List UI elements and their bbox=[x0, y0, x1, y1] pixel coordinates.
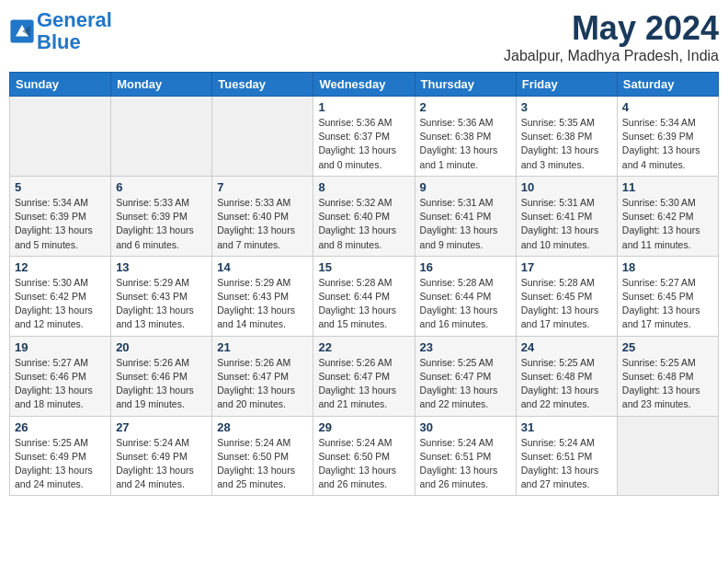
calendar-cell: 21Sunrise: 5:26 AM Sunset: 6:47 PM Dayli… bbox=[212, 336, 313, 416]
day-number: 14 bbox=[217, 260, 308, 274]
calendar-cell: 4Sunrise: 5:34 AM Sunset: 6:39 PM Daylig… bbox=[617, 97, 718, 177]
day-info: Sunrise: 5:25 AM Sunset: 6:47 PM Dayligh… bbox=[420, 356, 511, 412]
calendar-cell: 18Sunrise: 5:27 AM Sunset: 6:45 PM Dayli… bbox=[617, 256, 718, 336]
day-number: 8 bbox=[318, 180, 409, 194]
calendar-cell: 16Sunrise: 5:28 AM Sunset: 6:44 PM Dayli… bbox=[415, 256, 516, 336]
calendar-cell bbox=[212, 97, 313, 177]
day-number: 26 bbox=[15, 420, 106, 434]
day-number: 16 bbox=[420, 260, 511, 274]
day-number: 5 bbox=[15, 180, 106, 194]
calendar-week-row: 5Sunrise: 5:34 AM Sunset: 6:39 PM Daylig… bbox=[10, 176, 719, 256]
calendar-cell bbox=[10, 97, 111, 177]
calendar-cell: 29Sunrise: 5:24 AM Sunset: 6:50 PM Dayli… bbox=[313, 416, 415, 496]
calendar-cell: 26Sunrise: 5:25 AM Sunset: 6:49 PM Dayli… bbox=[10, 416, 111, 496]
day-number: 27 bbox=[116, 420, 207, 434]
day-info: Sunrise: 5:35 AM Sunset: 6:38 PM Dayligh… bbox=[521, 116, 612, 172]
calendar-cell: 15Sunrise: 5:28 AM Sunset: 6:44 PM Dayli… bbox=[313, 256, 415, 336]
day-info: Sunrise: 5:24 AM Sunset: 6:49 PM Dayligh… bbox=[116, 436, 207, 492]
calendar-week-row: 19Sunrise: 5:27 AM Sunset: 6:46 PM Dayli… bbox=[10, 336, 719, 416]
day-number: 6 bbox=[116, 180, 207, 194]
day-info: Sunrise: 5:34 AM Sunset: 6:39 PM Dayligh… bbox=[622, 116, 713, 172]
page-header: General Blue May 2024 Jabalpur, Madhya P… bbox=[9, 9, 719, 64]
day-number: 10 bbox=[521, 180, 612, 194]
calendar-cell: 27Sunrise: 5:24 AM Sunset: 6:49 PM Dayli… bbox=[111, 416, 212, 496]
day-info: Sunrise: 5:31 AM Sunset: 6:41 PM Dayligh… bbox=[521, 196, 612, 252]
day-info: Sunrise: 5:36 AM Sunset: 6:38 PM Dayligh… bbox=[420, 116, 511, 172]
day-number: 15 bbox=[318, 260, 409, 274]
calendar-cell: 11Sunrise: 5:30 AM Sunset: 6:42 PM Dayli… bbox=[617, 176, 718, 256]
day-info: Sunrise: 5:34 AM Sunset: 6:39 PM Dayligh… bbox=[15, 196, 106, 252]
day-number: 29 bbox=[318, 420, 409, 434]
day-info: Sunrise: 5:36 AM Sunset: 6:37 PM Dayligh… bbox=[318, 116, 409, 172]
day-info: Sunrise: 5:25 AM Sunset: 6:48 PM Dayligh… bbox=[521, 356, 612, 412]
calendar-week-row: 12Sunrise: 5:30 AM Sunset: 6:42 PM Dayli… bbox=[10, 256, 719, 336]
calendar-cell: 3Sunrise: 5:35 AM Sunset: 6:38 PM Daylig… bbox=[516, 97, 617, 177]
calendar-cell bbox=[617, 416, 718, 496]
day-number: 2 bbox=[420, 100, 511, 114]
day-info: Sunrise: 5:24 AM Sunset: 6:51 PM Dayligh… bbox=[420, 436, 511, 492]
calendar-cell: 8Sunrise: 5:32 AM Sunset: 6:40 PM Daylig… bbox=[313, 176, 415, 256]
calendar-cell: 2Sunrise: 5:36 AM Sunset: 6:38 PM Daylig… bbox=[415, 97, 516, 177]
day-number: 24 bbox=[521, 340, 612, 354]
calendar-cell: 12Sunrise: 5:30 AM Sunset: 6:42 PM Dayli… bbox=[10, 256, 111, 336]
day-info: Sunrise: 5:33 AM Sunset: 6:40 PM Dayligh… bbox=[217, 196, 308, 252]
day-info: Sunrise: 5:25 AM Sunset: 6:48 PM Dayligh… bbox=[622, 356, 713, 412]
day-number: 18 bbox=[622, 260, 713, 274]
day-info: Sunrise: 5:29 AM Sunset: 6:43 PM Dayligh… bbox=[217, 276, 308, 332]
day-number: 22 bbox=[318, 340, 409, 354]
calendar-table: SundayMondayTuesdayWednesdayThursdayFrid… bbox=[9, 72, 719, 496]
day-info: Sunrise: 5:26 AM Sunset: 6:47 PM Dayligh… bbox=[318, 356, 409, 412]
logo: General Blue bbox=[9, 9, 112, 53]
day-number: 25 bbox=[622, 340, 713, 354]
calendar-cell: 19Sunrise: 5:27 AM Sunset: 6:46 PM Dayli… bbox=[10, 336, 111, 416]
day-number: 23 bbox=[420, 340, 511, 354]
calendar-cell: 20Sunrise: 5:26 AM Sunset: 6:46 PM Dayli… bbox=[111, 336, 212, 416]
day-info: Sunrise: 5:27 AM Sunset: 6:45 PM Dayligh… bbox=[622, 276, 713, 332]
day-info: Sunrise: 5:30 AM Sunset: 6:42 PM Dayligh… bbox=[15, 276, 106, 332]
day-info: Sunrise: 5:28 AM Sunset: 6:44 PM Dayligh… bbox=[420, 276, 511, 332]
calendar-cell: 10Sunrise: 5:31 AM Sunset: 6:41 PM Dayli… bbox=[516, 176, 617, 256]
calendar-cell: 14Sunrise: 5:29 AM Sunset: 6:43 PM Dayli… bbox=[212, 256, 313, 336]
day-info: Sunrise: 5:28 AM Sunset: 6:44 PM Dayligh… bbox=[318, 276, 409, 332]
calendar-cell: 5Sunrise: 5:34 AM Sunset: 6:39 PM Daylig… bbox=[10, 176, 111, 256]
calendar-cell: 7Sunrise: 5:33 AM Sunset: 6:40 PM Daylig… bbox=[212, 176, 313, 256]
title-block: May 2024 Jabalpur, Madhya Pradesh, India bbox=[504, 9, 719, 64]
calendar-cell: 17Sunrise: 5:28 AM Sunset: 6:45 PM Dayli… bbox=[516, 256, 617, 336]
day-info: Sunrise: 5:25 AM Sunset: 6:49 PM Dayligh… bbox=[15, 436, 106, 492]
calendar-cell: 31Sunrise: 5:24 AM Sunset: 6:51 PM Dayli… bbox=[516, 416, 617, 496]
day-info: Sunrise: 5:26 AM Sunset: 6:46 PM Dayligh… bbox=[116, 356, 207, 412]
calendar-week-row: 26Sunrise: 5:25 AM Sunset: 6:49 PM Dayli… bbox=[10, 416, 719, 496]
day-number: 13 bbox=[116, 260, 207, 274]
calendar-cell: 1Sunrise: 5:36 AM Sunset: 6:37 PM Daylig… bbox=[313, 97, 415, 177]
calendar-cell: 6Sunrise: 5:33 AM Sunset: 6:39 PM Daylig… bbox=[111, 176, 212, 256]
day-number: 17 bbox=[521, 260, 612, 274]
day-info: Sunrise: 5:24 AM Sunset: 6:50 PM Dayligh… bbox=[318, 436, 409, 492]
logo-text: General Blue bbox=[37, 9, 112, 53]
calendar-cell: 28Sunrise: 5:24 AM Sunset: 6:50 PM Dayli… bbox=[212, 416, 313, 496]
calendar-cell: 13Sunrise: 5:29 AM Sunset: 6:43 PM Dayli… bbox=[111, 256, 212, 336]
calendar-cell bbox=[111, 97, 212, 177]
calendar-cell: 23Sunrise: 5:25 AM Sunset: 6:47 PM Dayli… bbox=[415, 336, 516, 416]
weekday-header-row: SundayMondayTuesdayWednesdayThursdayFrid… bbox=[10, 73, 719, 97]
calendar-week-row: 1Sunrise: 5:36 AM Sunset: 6:37 PM Daylig… bbox=[10, 97, 719, 177]
day-number: 31 bbox=[521, 420, 612, 434]
day-info: Sunrise: 5:27 AM Sunset: 6:46 PM Dayligh… bbox=[15, 356, 106, 412]
day-info: Sunrise: 5:24 AM Sunset: 6:51 PM Dayligh… bbox=[521, 436, 612, 492]
weekday-header-tuesday: Tuesday bbox=[212, 73, 313, 97]
weekday-header-thursday: Thursday bbox=[415, 73, 516, 97]
day-number: 20 bbox=[116, 340, 207, 354]
day-number: 4 bbox=[622, 100, 713, 114]
day-number: 28 bbox=[217, 420, 308, 434]
weekday-header-sunday: Sunday bbox=[10, 73, 111, 97]
day-info: Sunrise: 5:31 AM Sunset: 6:41 PM Dayligh… bbox=[420, 196, 511, 252]
day-number: 30 bbox=[420, 420, 511, 434]
day-number: 9 bbox=[420, 180, 511, 194]
calendar-cell: 30Sunrise: 5:24 AM Sunset: 6:51 PM Dayli… bbox=[415, 416, 516, 496]
calendar-cell: 25Sunrise: 5:25 AM Sunset: 6:48 PM Dayli… bbox=[617, 336, 718, 416]
calendar-cell: 22Sunrise: 5:26 AM Sunset: 6:47 PM Dayli… bbox=[313, 336, 415, 416]
day-info: Sunrise: 5:26 AM Sunset: 6:47 PM Dayligh… bbox=[217, 356, 308, 412]
day-number: 1 bbox=[318, 100, 409, 114]
month-title: May 2024 bbox=[504, 9, 719, 48]
day-info: Sunrise: 5:29 AM Sunset: 6:43 PM Dayligh… bbox=[116, 276, 207, 332]
day-info: Sunrise: 5:32 AM Sunset: 6:40 PM Dayligh… bbox=[318, 196, 409, 252]
